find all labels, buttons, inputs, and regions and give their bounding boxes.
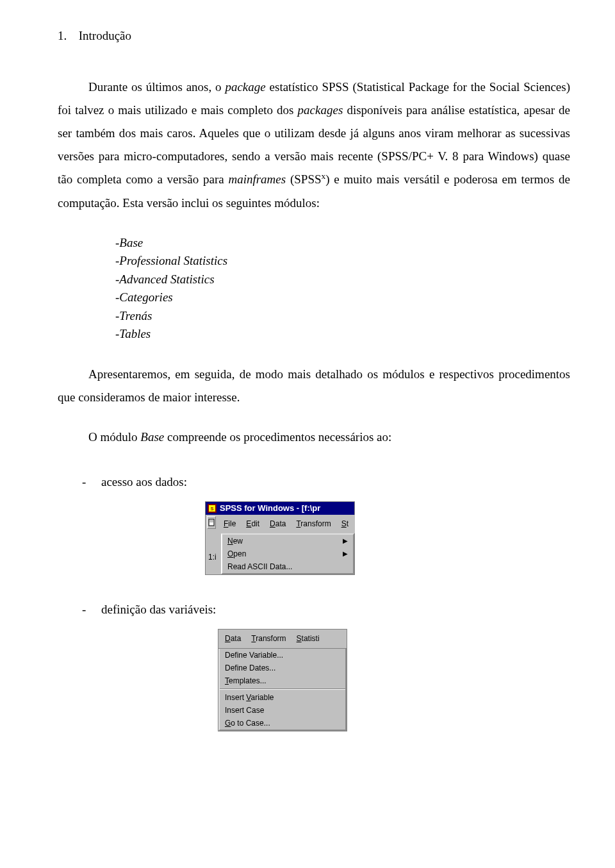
- modules-list: -Base -Professional Statistics -Advanced…: [115, 234, 570, 344]
- document-page: 1. Introdução Durante os últimos anos, o…: [0, 0, 615, 868]
- menu-item-label: Define Dates...: [225, 662, 275, 674]
- heading-title: Introdução: [79, 29, 131, 42]
- section-heading: 1. Introdução: [58, 24, 570, 47]
- module-item: -Advanced Statistics: [115, 271, 570, 289]
- module-item: -Tables: [115, 325, 570, 344]
- text: (SPSS: [286, 173, 321, 187]
- window: S SPSS for Windows - [f:\pr File Edit Da…: [205, 501, 355, 575]
- paragraph-present: Apresentaremos, em seguida, de modo mais…: [58, 363, 570, 409]
- list-item-definition: -definição das variáveis:: [82, 598, 570, 621]
- heading-number: 1.: [58, 24, 76, 47]
- menu-item-define-variable[interactable]: Define Variable...: [220, 649, 345, 662]
- menubar: File Edit Data Transform St: [217, 515, 355, 533]
- text-italic: packages: [298, 103, 343, 117]
- menu-separator: [220, 689, 345, 690]
- module-item: -Professional Statistics: [115, 252, 570, 271]
- menu-data[interactable]: Data: [220, 631, 246, 647]
- text: Durante os últimos anos, o: [88, 80, 225, 94]
- menu-item-new[interactable]: New ▶: [222, 535, 353, 547]
- menubar: Data Transform Statisti: [218, 630, 347, 649]
- dash: -: [82, 598, 101, 621]
- text: O módulo: [88, 430, 140, 444]
- spss-logo-icon: S: [207, 503, 217, 513]
- toolbar-row: File Edit Data Transform St: [206, 515, 354, 533]
- menu-item-define-dates[interactable]: Define Dates...: [220, 662, 345, 674]
- submenu-arrow-icon: ▶: [343, 535, 348, 547]
- menu-item-label: Read ASCII Data...: [227, 561, 292, 572]
- menu-row: 1:i New ▶ Open ▶ Re: [206, 533, 354, 574]
- svg-text:S: S: [211, 506, 214, 511]
- window-wrap: S SPSS for Windows - [f:\pr File Edit Da…: [205, 501, 570, 575]
- menu-file[interactable]: File: [218, 516, 241, 532]
- menu-item-templates[interactable]: Templates...: [220, 674, 345, 687]
- menu-edit[interactable]: Edit: [241, 516, 265, 532]
- menu-item-insert-variable[interactable]: Insert Variable: [220, 691, 345, 704]
- titlebar: S SPSS for Windows - [f:\pr: [206, 502, 354, 515]
- window-title: SPSS for Windows - [f:\pr: [220, 501, 320, 517]
- module-item: -Categories: [115, 288, 570, 307]
- menu-data[interactable]: Data: [265, 516, 291, 532]
- menu-statistics[interactable]: Statisti: [291, 631, 325, 647]
- list-item-access: -acesso aos dados:: [82, 471, 570, 494]
- dash: -: [82, 471, 101, 494]
- submenu-arrow-icon: ▶: [343, 548, 348, 560]
- menu-transform[interactable]: Transform: [246, 631, 291, 647]
- screenshot-spss-file-menu: S SPSS for Windows - [f:\pr File Edit Da…: [205, 501, 570, 575]
- text-italic: Base: [140, 430, 164, 444]
- window-left: S SPSS for Windows - [f:\pr File Edit Da…: [205, 501, 355, 575]
- module-item: -Base: [115, 234, 570, 253]
- item-text: acesso aos dados:: [101, 475, 187, 488]
- item-text: definição das variáveis:: [101, 603, 216, 616]
- text: compreende os procedimentos necessários …: [164, 430, 391, 444]
- module-item: -Trenás: [115, 307, 570, 326]
- menu-item-read-ascii[interactable]: Read ASCII Data...: [222, 560, 353, 573]
- dropdown-menu: New ▶ Open ▶ Read ASCII Data...: [221, 533, 354, 574]
- menu-item-label: Define Variable...: [225, 649, 283, 661]
- menu-item-label: Insert Case: [225, 705, 264, 716]
- menu-transform[interactable]: Transform: [291, 516, 336, 532]
- menu-item-open[interactable]: Open ▶: [222, 547, 353, 560]
- row-indicator: 1:i: [207, 550, 220, 565]
- document-icon[interactable]: [207, 516, 216, 529]
- text-italic: mainframes: [228, 173, 286, 187]
- text-italic: package: [225, 80, 265, 94]
- window: Data Transform Statisti Define Variable.…: [218, 629, 347, 731]
- screenshot-spss-data-menu: Data Transform Statisti Define Variable.…: [218, 629, 570, 733]
- menu-item-insert-case[interactable]: Insert Case: [220, 704, 345, 717]
- dropdown-menu: Define Variable... Define Dates... Templ…: [218, 649, 347, 731]
- paragraph-intro: Durante os últimos anos, o package estat…: [58, 76, 570, 215]
- menu-statistics[interactable]: St: [336, 516, 354, 532]
- left-gutter: 1:i: [206, 533, 221, 574]
- menu-item-goto-case[interactable]: Go to Case...: [220, 717, 345, 730]
- paragraph-base-module: O módulo Base compreende os procedimento…: [58, 426, 570, 449]
